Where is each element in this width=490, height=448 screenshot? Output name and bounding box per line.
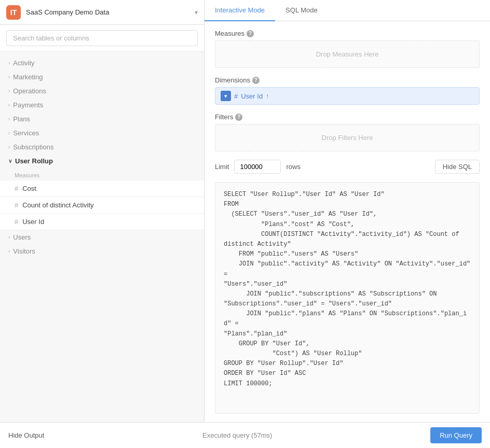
filters-help-icon[interactable]: ?: [235, 114, 242, 121]
sidebar-item-label: Subscriptions: [13, 143, 53, 151]
chip-expand-icon[interactable]: ▾: [221, 91, 231, 101]
measure-label: Cost: [22, 185, 36, 192]
content-area: Interactive Mode SQL Mode Measures ? Dro…: [205, 0, 490, 422]
sidebar-dropdown-icon[interactable]: ▾: [195, 9, 198, 16]
sidebar-item-label: Operations: [13, 87, 46, 95]
chevron-icon: ›: [8, 130, 10, 136]
hash-icon: #: [15, 201, 18, 209]
sidebar-item-users[interactable]: › Users: [0, 230, 204, 244]
limit-label: Limit: [215, 163, 229, 171]
chevron-icon: ›: [8, 102, 10, 108]
sidebar-search-container: [0, 25, 204, 52]
tab-sql-mode[interactable]: SQL Mode: [275, 0, 328, 21]
sidebar-item-marketing[interactable]: › Marketing: [0, 70, 204, 84]
measure-item-cost[interactable]: # Cost: [0, 180, 204, 197]
limit-input[interactable]: [234, 160, 281, 174]
sidebar-item-plans[interactable]: › Plans: [0, 112, 204, 126]
measures-section-header: Measures ?: [215, 30, 480, 37]
dimensions-label: Dimensions: [215, 76, 250, 84]
chevron-down-icon: ∨: [8, 158, 12, 164]
measures-section: Measures ? Drop Measures Here: [215, 30, 480, 68]
chevron-icon: ›: [8, 234, 10, 240]
sidebar-item-label: Plans: [13, 115, 30, 123]
sidebar-item-operations[interactable]: › Operations: [0, 84, 204, 98]
sidebar-item-payments[interactable]: › Payments: [0, 98, 204, 112]
dimensions-section: Dimensions ? ▾ # User Id ↑: [215, 76, 480, 105]
hash-icon: #: [15, 218, 18, 226]
chevron-icon: ›: [8, 116, 10, 122]
chevron-icon: ›: [8, 144, 10, 150]
app-container: IT SaaS Company Demo Data ▾ › Activity ›…: [0, 0, 490, 448]
sidebar: IT SaaS Company Demo Data ▾ › Activity ›…: [0, 0, 205, 422]
sidebar-item-label: Marketing: [13, 73, 43, 81]
sidebar-item-label: Services: [13, 129, 39, 137]
hide-output-button[interactable]: Hide Output: [8, 431, 44, 439]
dimensions-section-header: Dimensions ?: [215, 76, 480, 84]
run-query-button[interactable]: Run Query: [430, 427, 482, 443]
tab-interactive-mode[interactable]: Interactive Mode: [205, 0, 275, 21]
sidebar-header: IT SaaS Company Demo Data ▾: [0, 0, 204, 25]
measure-item-user-id[interactable]: # User Id: [0, 214, 204, 230]
content-body: Measures ? Drop Measures Here Dimensions…: [205, 21, 490, 422]
filters-drop-zone[interactable]: Drop Filters Here: [215, 124, 480, 151]
chip-label: User Id: [241, 92, 263, 100]
main-area: IT SaaS Company Demo Data ▾ › Activity ›…: [0, 0, 490, 422]
tab-bar: Interactive Mode SQL Mode: [205, 0, 490, 21]
dimensions-help-icon[interactable]: ?: [252, 77, 260, 84]
hide-sql-button[interactable]: Hide SQL: [435, 160, 480, 174]
dimension-chip-user-id: ▾ # User Id ↑: [215, 87, 480, 105]
chevron-icon: ›: [8, 88, 10, 94]
sidebar-title: SaaS Company Demo Data: [26, 8, 195, 16]
sidebar-item-label: User Rollup: [15, 157, 53, 165]
limit-row: Limit rows Hide SQL: [215, 160, 480, 174]
sidebar-logo: IT: [6, 5, 21, 20]
bottom-bar: Hide Output Executed query (57ms) Run Qu…: [0, 422, 490, 448]
sidebar-item-user-rollup[interactable]: ∨ User Rollup: [0, 154, 204, 168]
sidebar-item-activity[interactable]: › Activity: [0, 56, 204, 70]
sidebar-item-label: Users: [13, 233, 31, 241]
filters-label: Filters: [215, 113, 233, 121]
sort-asc-icon[interactable]: ↑: [266, 92, 269, 100]
sidebar-item-subscriptions[interactable]: › Subscriptions: [0, 140, 204, 154]
hash-icon: #: [15, 185, 18, 192]
chevron-icon: ›: [8, 248, 10, 254]
sidebar-item-label: Activity: [13, 59, 34, 67]
sql-block: SELECT "User Rollup"."User Id" AS "User …: [215, 182, 480, 414]
rows-label: rows: [286, 163, 300, 171]
measures-section-label: Measures: [0, 168, 204, 180]
sidebar-item-label: Visitors: [13, 247, 35, 255]
executed-query-text: Executed query (57ms): [202, 431, 272, 439]
chevron-icon: ›: [8, 74, 10, 80]
measure-item-count-distinct[interactable]: # Count of distinct Activity: [0, 197, 204, 214]
filters-section-header: Filters ?: [215, 113, 480, 121]
measures-drop-zone[interactable]: Drop Measures Here: [215, 40, 480, 68]
hash-icon: #: [234, 92, 238, 100]
search-input[interactable]: [6, 30, 198, 46]
measure-label: Count of distinct Activity: [22, 201, 93, 209]
measure-label: User Id: [22, 218, 44, 226]
sidebar-item-label: Payments: [13, 101, 43, 109]
sidebar-item-visitors[interactable]: › Visitors: [0, 244, 204, 258]
sidebar-item-services[interactable]: › Services: [0, 126, 204, 140]
measures-help-icon[interactable]: ?: [247, 30, 254, 37]
filters-section: Filters ? Drop Filters Here: [215, 113, 480, 151]
measures-label: Measures: [215, 30, 244, 37]
sidebar-nav: › Activity › Marketing › Operations › Pa…: [0, 52, 204, 422]
chevron-icon: ›: [8, 60, 10, 66]
